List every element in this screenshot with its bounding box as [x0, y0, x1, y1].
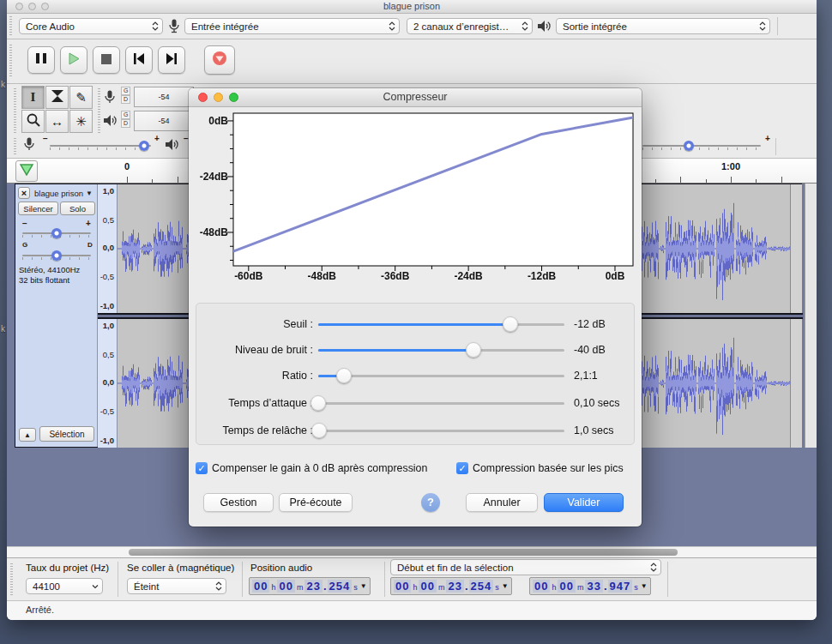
slider-knob[interactable] [336, 368, 352, 383]
release-time-slider[interactable] [318, 430, 564, 432]
skip-to-start-button[interactable] [125, 46, 153, 74]
minutes-unit: m [437, 581, 446, 592]
recording-volume-knob[interactable] [139, 141, 149, 151]
pan-slider[interactable] [22, 255, 91, 256]
peak-based-checkbox[interactable]: ✓ Compression basée sur les pics [456, 462, 624, 474]
record-meter[interactable]: -54 [134, 87, 194, 107]
timeline-tick [781, 177, 782, 183]
toolbar-grip[interactable] [14, 88, 16, 133]
hours-unit: h [551, 581, 557, 592]
audio-position-field[interactable]: 00h00m23.254s▼ [249, 577, 371, 595]
selection-mode-select[interactable]: Début et fin de la sélection [390, 559, 661, 575]
recording-channels-select[interactable]: 2 canaux d’enregist… [407, 18, 533, 34]
noise-floor-label: Niveau de bruit : [196, 344, 313, 356]
project-rate-select[interactable]: 44100 [26, 578, 103, 594]
collapse-track-button[interactable]: ▲ [19, 428, 36, 442]
toolbar-grip[interactable] [98, 88, 100, 133]
envelope-tool-button[interactable] [45, 86, 69, 109]
record-button[interactable] [204, 45, 235, 75]
vertical-ruler-right-channel: 1,0 0,5 0,0 -0,5 -1,0 [98, 319, 118, 448]
play-button[interactable] [60, 46, 87, 74]
play-meter[interactable]: -54 [134, 111, 194, 131]
timeshift-tool-button[interactable]: ↔ [45, 110, 69, 133]
scrollbar-thumb[interactable] [129, 549, 678, 556]
threshold-slider[interactable] [318, 323, 564, 326]
noise-floor-slider[interactable] [318, 349, 564, 352]
toolbar-grip[interactable] [9, 45, 12, 78]
slider-knob[interactable] [311, 423, 327, 438]
stop-button[interactable] [93, 46, 120, 74]
toolbar-grip[interactable] [10, 563, 13, 595]
gain-slider[interactable] [22, 232, 91, 234]
hours-unit: h [270, 581, 276, 592]
dropdown-triangle-icon: ▼ [86, 190, 93, 197]
quickplay-pin-button[interactable] [15, 160, 38, 182]
skip-to-end-button[interactable] [158, 46, 185, 74]
cancel-button[interactable]: Annuler [466, 493, 538, 512]
gain-knob[interactable] [51, 228, 62, 238]
selection-tool-button[interactable]: I [21, 86, 45, 109]
decimal-point: . [465, 580, 468, 593]
recording-device-select[interactable]: Entrée intégrée [184, 18, 400, 34]
timeline-label: 1:00 [721, 161, 740, 172]
x-axis-tick-label: -12dB [522, 270, 563, 282]
ok-button[interactable]: Valider [544, 493, 624, 512]
checkbox-check-icon: ✓ [196, 462, 208, 474]
gain-plus-label: + [86, 219, 91, 228]
playback-volume-knob[interactable] [684, 141, 694, 151]
clip-end-line [790, 184, 791, 313]
arrows-horizontal-icon: ↔ [51, 114, 63, 129]
desktop-text: k [1, 80, 5, 89]
timeline-tick [680, 177, 681, 183]
preview-button[interactable]: Pré-écoute [279, 493, 353, 512]
track-select-button[interactable]: Sélection [39, 426, 94, 442]
solo-button[interactable]: Solo [60, 202, 95, 215]
chevron-updown-icon [759, 21, 766, 31]
x-axis-tick-label: -60dB [228, 270, 269, 282]
multi-tool-button[interactable]: ✳ [69, 110, 93, 133]
transport-toolbar [7, 39, 817, 84]
playback-volume-slider[interactable] [642, 145, 761, 147]
attack-time-label: Temps d’attaque : [196, 397, 313, 409]
toolbar-grip[interactable] [14, 138, 16, 155]
audio-host-select[interactable]: Core Audio [19, 18, 163, 34]
vertical-scrollbar[interactable] [805, 184, 817, 448]
selection-end-field[interactable]: 00h00m33.947s▼ [529, 577, 651, 595]
desktop-text: k [1, 324, 5, 334]
close-track-button[interactable]: × [18, 187, 30, 199]
slider-knob[interactable] [310, 395, 326, 411]
makeup-gain-checkbox[interactable]: ✓ Compenser le gain à 0 dB après compres… [196, 462, 427, 474]
slider-knob[interactable] [503, 316, 518, 332]
snap-to-select[interactable]: Éteint [127, 578, 226, 594]
pan-knob[interactable] [51, 250, 62, 261]
skip-to-start-icon [133, 52, 145, 68]
track-name-menu[interactable]: blague prison ▼ [32, 187, 95, 199]
recording-volume-slider[interactable] [50, 145, 151, 147]
timeline-tick [756, 179, 757, 183]
draw-tool-button[interactable]: ✎ [69, 86, 93, 109]
record-meter-mic-icon [105, 90, 115, 108]
pause-button[interactable] [27, 46, 55, 74]
noise-floor-value: -40 dB [574, 344, 606, 356]
window-titlebar[interactable]: blague prison [7, 0, 817, 14]
manage-button[interactable]: Gestion [203, 493, 274, 512]
toolbar-grip[interactable] [9, 16, 12, 36]
horizontal-scrollbar[interactable] [7, 546, 817, 557]
zoom-tool-button[interactable] [21, 110, 45, 133]
makeup-gain-checkbox-label: Compenser le gain à 0 dB après compressi… [212, 462, 427, 474]
x-axis-tick-label: -24dB [448, 270, 489, 282]
y-axis-tick-label: -24dB [189, 171, 228, 183]
y-axis-tick-label: -48dB [189, 226, 228, 238]
play-meter-channel-labels: GD [121, 111, 130, 128]
dialog-titlebar[interactable]: Compresseur [189, 88, 642, 107]
playback-device-select[interactable]: Sortie intégrée [556, 18, 770, 34]
selection-start-field[interactable]: 00h00m23.254s▼ [390, 577, 512, 595]
mute-button[interactable]: Silencer [18, 202, 58, 215]
gain-minus-label: − [22, 219, 27, 228]
slider-knob[interactable] [466, 342, 481, 358]
attack-time-slider[interactable] [318, 402, 564, 405]
compressor-dialog: Compresseur -60dB-48dB-36dB-24dB-12dB0dB… [189, 88, 642, 527]
help-button[interactable]: ? [421, 493, 440, 512]
skip-to-end-icon [166, 52, 178, 68]
ratio-slider[interactable] [318, 375, 564, 377]
